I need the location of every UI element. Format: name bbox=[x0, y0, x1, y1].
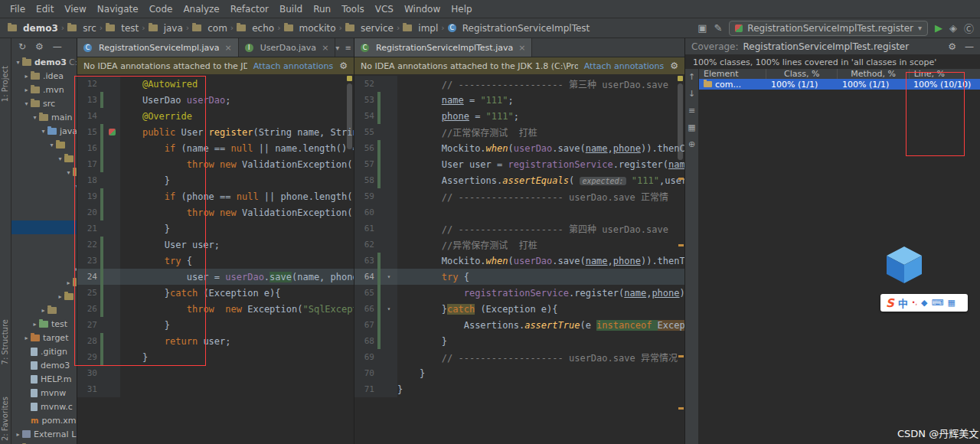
project-tree-item-java[interactable]: ▾java bbox=[11, 124, 77, 138]
menu-item-vcs[interactable]: VCS bbox=[370, 2, 399, 16]
code-line-69[interactable]: 69 // ------------------- userDao.save 异… bbox=[354, 349, 684, 365]
code-line-58[interactable]: 58 Assertions.assertEquals( expected: "1… bbox=[354, 172, 684, 188]
menu-item-view[interactable]: View bbox=[59, 2, 91, 16]
code-text[interactable]: // ------------------- userDao.save 异常情况… bbox=[397, 351, 684, 364]
code-text[interactable]: // ------------------- 第三种 userDao.save bbox=[397, 77, 684, 90]
run-button[interactable]: ▶ bbox=[935, 22, 942, 34]
gear-icon[interactable]: ⚙ bbox=[339, 60, 348, 71]
code-line-52[interactable]: 52 // ------------------- 第三种 userDao.sa… bbox=[354, 76, 684, 92]
code-line-17[interactable]: 17 throw new ValidationException("nam bbox=[77, 156, 354, 172]
code-line-56[interactable]: 56 Mockito.when(userDao.save(name,phone)… bbox=[354, 140, 684, 156]
code-line-27[interactable]: 27 } bbox=[77, 317, 354, 333]
menu-item-help[interactable]: Help bbox=[446, 2, 477, 16]
tree-chevron-icon[interactable]: ▸ bbox=[14, 431, 22, 438]
tree-chevron-icon[interactable]: ▸ bbox=[64, 279, 73, 286]
code-line-53[interactable]: 53 name = "111"; bbox=[354, 92, 684, 108]
tree-chevron-icon[interactable]: ▾ bbox=[56, 155, 64, 162]
code-text[interactable]: Assertions.assertEquals( expected: "111"… bbox=[397, 175, 684, 186]
code-text[interactable]: User user = registrationService.register… bbox=[397, 159, 684, 170]
code-line-13[interactable]: 13 UserDao userDao; bbox=[77, 92, 354, 108]
project-tree-item-mvnw-c[interactable]: mvnw.c bbox=[11, 400, 77, 413]
coverage-column-class[interactable]: Class, % bbox=[766, 69, 838, 79]
window-preview-icon[interactable]: ▣ bbox=[697, 22, 707, 34]
code-line-67[interactable]: 67 Assertions.assertTrue(e instanceof Ex… bbox=[354, 317, 684, 333]
code-line-68[interactable]: 68 } bbox=[354, 333, 684, 349]
project-tree-item-demo3[interactable]: ▾demo3C: bbox=[11, 55, 77, 69]
code-text[interactable]: throw new Exception("SqlException bbox=[120, 304, 354, 315]
code-text[interactable]: if (name == null || name.length() == 0) bbox=[120, 143, 354, 154]
project-tree-item[interactable]: ▾ bbox=[11, 165, 77, 179]
code-line-26[interactable]: 26 throw new Exception("SqlException bbox=[77, 301, 354, 317]
hide-panel-icon[interactable]: — bbox=[965, 41, 974, 52]
code-text[interactable]: try { bbox=[397, 272, 684, 282]
close-tab-icon[interactable]: × bbox=[225, 43, 232, 53]
project-tree-item-gitign[interactable]: .gitign bbox=[11, 344, 77, 358]
coverage-column-line[interactable]: Line, % bbox=[910, 69, 980, 79]
project-tree-item[interactable]: C bbox=[11, 220, 77, 234]
code-line-16[interactable]: 16 if (name == null || name.length() == … bbox=[77, 140, 354, 156]
code-text[interactable]: } bbox=[120, 352, 354, 363]
project-tree-item[interactable]: C bbox=[11, 207, 77, 220]
floating-cube-logo[interactable] bbox=[885, 245, 923, 285]
code-line-71[interactable]: 71} bbox=[354, 381, 684, 397]
tree-chevron-icon[interactable]: ▸ bbox=[22, 73, 31, 80]
coverage-column-element[interactable]: Element bbox=[699, 69, 766, 79]
tree-chevron-icon[interactable]: ▸ bbox=[73, 266, 77, 273]
code-text[interactable]: phone = "111"; bbox=[397, 111, 684, 122]
code-line-54[interactable]: 54 phone = "111"; bbox=[354, 108, 684, 124]
menu-item-build[interactable]: Build bbox=[274, 2, 308, 16]
menu-item-run[interactable]: Run bbox=[308, 2, 336, 16]
tree-chevron-icon[interactable]: ▸ bbox=[31, 321, 39, 328]
fold-column[interactable]: ▾ bbox=[381, 305, 397, 312]
run-test-marker-icon[interactable] bbox=[109, 129, 116, 135]
code-text[interactable]: // ------------------- 第四种 userDao.save bbox=[397, 222, 684, 235]
attach-annotations-link[interactable]: Attach annotations bbox=[253, 61, 333, 71]
tree-chevron-icon[interactable]: ▾ bbox=[14, 59, 22, 66]
menu-item-refactor[interactable]: Refactor bbox=[225, 2, 274, 16]
code-text[interactable]: } bbox=[120, 224, 354, 234]
breadcrumb-item-java[interactable]: java bbox=[147, 23, 185, 34]
code-text[interactable]: //正常保存测试 打桩 bbox=[397, 126, 684, 139]
code-text[interactable]: } bbox=[120, 175, 354, 186]
code-text[interactable]: //异常保存测试 打桩 bbox=[397, 238, 684, 251]
menu-item-navigate[interactable]: Navigate bbox=[92, 2, 144, 16]
code-text[interactable]: public User register(String name, String… bbox=[120, 127, 354, 138]
menu-item-file[interactable]: File bbox=[5, 2, 31, 16]
code-line-60[interactable]: 60 bbox=[354, 204, 684, 220]
code-text[interactable]: } bbox=[397, 336, 684, 347]
scrollbar[interactable] bbox=[676, 74, 684, 444]
code-line-24[interactable]: 24 user = userDao.save(name, phone) bbox=[77, 269, 354, 285]
code-text[interactable]: return user; bbox=[120, 336, 354, 347]
code-line-15[interactable]: 15 public User register(String name, Str… bbox=[77, 124, 354, 140]
attach-annotations-link[interactable]: Attach annotations bbox=[584, 61, 664, 71]
editor-tab-userdao-java[interactable]: IUserDao.java× bbox=[239, 38, 336, 57]
tree-chevron-icon[interactable]: ▾ bbox=[39, 128, 47, 135]
code-text[interactable]: }catch (Exception e){ bbox=[397, 304, 684, 315]
code-line-65[interactable]: 65 registrationService.register(name,pho… bbox=[354, 285, 684, 301]
fold-arrow-icon[interactable]: ▾ bbox=[387, 305, 391, 312]
code-text[interactable]: throw new ValidationException("pho bbox=[120, 207, 354, 218]
ime-toolbar[interactable]: S 中 •, ◆ ⌨ ▦ bbox=[880, 294, 968, 312]
ime-punct-icon[interactable]: •, bbox=[912, 299, 917, 306]
code-line-63[interactable]: 63 Mockito.when(userDao.save(name,phone)… bbox=[354, 253, 684, 269]
edit-icon[interactable]: ✎ bbox=[714, 22, 722, 34]
project-tree-item[interactable]: ▸ bbox=[11, 262, 77, 276]
code-text[interactable]: Assertions.assertTrue(e instanceof Excep… bbox=[397, 320, 684, 331]
clipboard-icon[interactable]: ▦ bbox=[947, 298, 955, 308]
editor-tab-registrationserviceimpltest-java[interactable]: CRegistrationServiceImplTest.java× bbox=[354, 38, 532, 57]
ime-diamond-icon[interactable]: ◆ bbox=[921, 298, 927, 308]
code-text[interactable]: name = "111"; bbox=[397, 95, 684, 106]
tool-window-button-structure[interactable]: 7: Structure bbox=[1, 319, 9, 364]
code-line-61[interactable]: 61 // ------------------- 第四种 userDao.sa… bbox=[354, 220, 684, 237]
project-tree-item-src[interactable]: ▾src bbox=[11, 96, 77, 110]
project-tree-item-target[interactable]: ▸target bbox=[11, 331, 77, 344]
code-line-20[interactable]: 20 throw new ValidationException("pho bbox=[77, 204, 354, 220]
inspection-indicator-icon[interactable] bbox=[678, 76, 683, 81]
close-tab-icon[interactable]: × bbox=[322, 43, 328, 53]
flatten-packages-icon[interactable]: ≡ bbox=[688, 106, 695, 116]
coverage-column-method[interactable]: Method, % bbox=[838, 69, 909, 79]
inspection-indicator-icon[interactable] bbox=[347, 76, 352, 81]
project-tree-item-main[interactable]: ▾main bbox=[11, 110, 77, 124]
tree-chevron-icon[interactable]: ▸ bbox=[22, 87, 31, 93]
project-tree-item[interactable]: ▸ bbox=[11, 303, 77, 317]
